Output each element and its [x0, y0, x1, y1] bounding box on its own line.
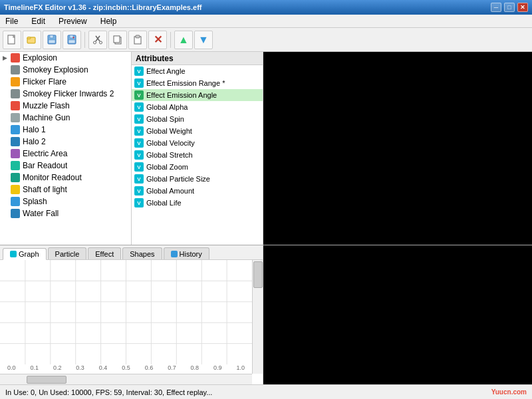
- menu-file[interactable]: File: [3, 16, 21, 27]
- toolbar-separator-2: [170, 32, 171, 48]
- attr-item[interactable]: V Global Amount: [132, 185, 263, 197]
- menu-preview[interactable]: Preview: [56, 16, 90, 27]
- watermark: Yuucn.com: [491, 388, 527, 396]
- attr-item[interactable]: V Global Zoom: [132, 161, 263, 173]
- graph-scrollbar-vertical-thumb[interactable]: [253, 261, 263, 288]
- attribute-icon: V: [134, 66, 144, 76]
- paste-button[interactable]: [128, 31, 147, 49]
- attr-item[interactable]: V Global Life: [132, 197, 263, 209]
- graph-tab-icon: [10, 251, 17, 257]
- effect-icon: [11, 77, 20, 86]
- graph-section: Graph Particle Effect Shapes History: [0, 245, 263, 384]
- attr-item[interactable]: V Global Stretch: [132, 149, 263, 161]
- toolbar: + ✕ ▲ ▼: [0, 28, 532, 52]
- attributes-list[interactable]: V Effect Angle V Effect Emission Range *…: [132, 65, 263, 245]
- effect-icon: [11, 185, 20, 194]
- attr-item[interactable]: V Global Alpha: [132, 101, 263, 113]
- tab-shapes[interactable]: Shapes: [122, 247, 162, 259]
- list-item[interactable]: Water Fall: [0, 207, 131, 219]
- graph-scrollbar-horizontal-thumb[interactable]: [27, 376, 66, 384]
- save-as-button[interactable]: +: [63, 31, 81, 49]
- menu-help[interactable]: Help: [98, 16, 120, 27]
- svg-rect-15: [114, 36, 120, 43]
- svg-rect-4: [50, 35, 53, 38]
- effect-icon: [11, 113, 20, 122]
- graph-scrollbar-vertical[interactable]: [252, 260, 263, 374]
- list-item[interactable]: Halo 1: [0, 124, 131, 136]
- delete-button[interactable]: ✕: [148, 31, 167, 49]
- effect-icon: [11, 137, 20, 146]
- preview-panel: [263, 52, 532, 245]
- list-item[interactable]: Bar Readout: [0, 160, 131, 172]
- effects-list[interactable]: ▶ Explosion Smokey Explosion Flicker Fla…: [0, 52, 131, 245]
- save-button[interactable]: [43, 31, 61, 49]
- tab-graph[interactable]: Graph: [3, 248, 47, 260]
- effect-icon: [11, 89, 20, 98]
- tab-particle[interactable]: Particle: [48, 247, 87, 259]
- menu-bar: File Edit Preview Help: [0, 15, 532, 28]
- attr-item[interactable]: V Effect Emission Angle: [132, 89, 263, 101]
- attribute-icon: V: [134, 90, 144, 100]
- maximize-button[interactable]: □: [504, 3, 515, 12]
- graph-scrollbar-horizontal[interactable]: [0, 374, 252, 384]
- window-title: TimelineFX Editor v1.36 - zip:incbin::Li…: [4, 3, 201, 11]
- attribute-icon: V: [134, 162, 144, 172]
- list-item[interactable]: Flicker Flare: [0, 76, 131, 88]
- attributes-header: Attributes: [132, 52, 263, 65]
- graph-area[interactable]: 0.0 0.1 0.2 0.3 0.4 0.5 0.6 0.7 0.8 0.9 …: [0, 260, 263, 384]
- minimize-button[interactable]: ─: [491, 3, 501, 12]
- attribute-icon: V: [134, 126, 144, 136]
- list-item[interactable]: ▶ Explosion: [0, 52, 131, 64]
- svg-rect-8: [68, 40, 75, 43]
- tab-bar: Graph Particle Effect Shapes History: [0, 245, 263, 260]
- effect-icon: [11, 101, 20, 110]
- svg-rect-5: [49, 40, 55, 43]
- attribute-icon: V: [134, 102, 144, 112]
- attributes-panel: Attributes V Effect Angle V Effect Emiss…: [132, 52, 263, 245]
- move-up-button[interactable]: ▲: [174, 31, 193, 49]
- open-button[interactable]: [23, 31, 41, 49]
- attribute-icon: V: [134, 198, 144, 207]
- move-down-button[interactable]: ▼: [194, 31, 213, 49]
- attribute-icon: V: [134, 138, 144, 148]
- effect-icon: [11, 173, 20, 182]
- list-item[interactable]: Electric Area: [0, 148, 131, 160]
- cut-button[interactable]: [88, 31, 107, 49]
- copy-button[interactable]: [108, 31, 127, 49]
- effect-icon: [11, 149, 20, 158]
- menu-edit[interactable]: Edit: [29, 16, 48, 27]
- svg-rect-17: [136, 35, 140, 38]
- list-item[interactable]: Muzzle Flash: [0, 100, 131, 112]
- effect-icon: [11, 209, 20, 218]
- lower-area: Graph Particle Effect Shapes History: [0, 245, 532, 384]
- tab-history[interactable]: History: [164, 247, 209, 259]
- effects-panel: ▶ Explosion Smokey Explosion Flicker Fla…: [0, 52, 132, 245]
- attr-item[interactable]: V Global Spin: [132, 113, 263, 125]
- graph-grid-svg: [0, 260, 252, 364]
- list-item[interactable]: Halo 2: [0, 136, 131, 148]
- attr-item[interactable]: V Global Weight: [132, 125, 263, 137]
- toolbar-separator-1: [84, 32, 85, 48]
- list-item[interactable]: Shaft of light: [0, 184, 131, 196]
- list-item[interactable]: Splash: [0, 196, 131, 207]
- content-wrapper: ▶ Explosion Smokey Explosion Flicker Fla…: [0, 52, 532, 384]
- preview-panel-lower: [263, 245, 532, 384]
- svg-point-12: [94, 41, 96, 44]
- attr-item[interactable]: V Global Particle Size: [132, 173, 263, 185]
- tab-effect[interactable]: Effect: [88, 247, 121, 259]
- status-bar: In Use: 0, Un Used: 10000, FPS: 59, Inte…: [0, 384, 532, 399]
- attr-item[interactable]: V Global Velocity: [132, 137, 263, 149]
- list-item[interactable]: Smokey Explosion: [0, 64, 131, 76]
- effect-icon: [11, 197, 20, 206]
- new-button[interactable]: [3, 31, 21, 49]
- svg-text:+: +: [72, 35, 74, 39]
- attr-item[interactable]: V Effect Angle: [132, 65, 263, 77]
- list-item[interactable]: Machine Gun: [0, 112, 131, 124]
- attribute-icon: V: [134, 186, 144, 196]
- close-button[interactable]: ✕: [517, 3, 528, 12]
- attribute-icon: V: [134, 150, 144, 160]
- list-item[interactable]: Monitor Readout: [0, 172, 131, 184]
- effect-icon: [11, 53, 20, 63]
- attr-item[interactable]: V Effect Emission Range *: [132, 77, 263, 89]
- list-item[interactable]: Smokey Flicker Inwards 2: [0, 88, 131, 100]
